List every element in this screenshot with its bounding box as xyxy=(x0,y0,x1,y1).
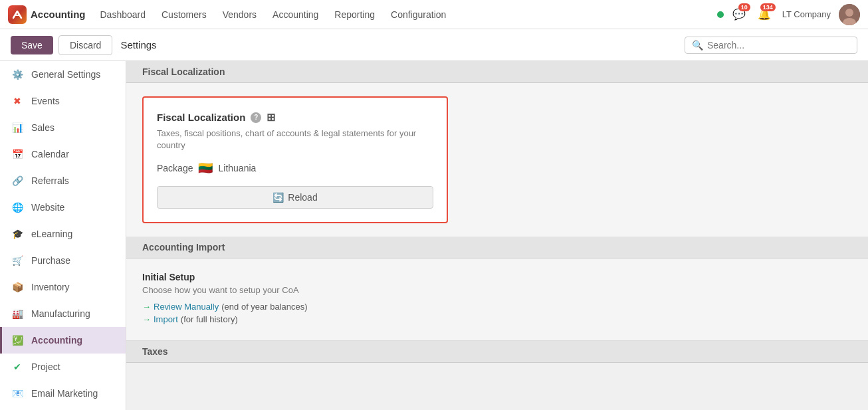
activity-badge: 134 xyxy=(760,3,776,11)
reload-label: Reload xyxy=(288,192,317,203)
grid-icon[interactable]: ⊞ xyxy=(267,111,275,124)
nav-accounting[interactable]: Accounting xyxy=(266,5,325,24)
app-logo[interactable]: Accounting xyxy=(8,5,86,24)
email-marketing-icon: 📧 xyxy=(10,386,25,401)
sidebar-label-inventory: Inventory xyxy=(31,282,70,292)
import-link[interactable]: Import xyxy=(154,314,178,324)
fiscal-card: Fiscal Localization ? ⊞ Taxes, fiscal po… xyxy=(142,96,448,223)
manufacturing-icon: 🏭 xyxy=(10,306,25,321)
search-input[interactable] xyxy=(707,40,850,51)
sidebar-item-project[interactable]: ✔ Project xyxy=(0,354,126,380)
search-icon: 🔍 xyxy=(692,40,703,51)
help-icon[interactable]: ? xyxy=(251,112,261,123)
sidebar-item-referrals[interactable]: 🔗 Referrals xyxy=(0,167,126,194)
sidebar-item-calendar[interactable]: 📅 Calendar xyxy=(0,141,126,167)
online-status-dot xyxy=(717,11,724,18)
sidebar-item-manufacturing[interactable]: 🏭 Manufacturing xyxy=(0,300,126,327)
sidebar-label-website: Website xyxy=(31,202,64,213)
package-country: Lithuania xyxy=(218,163,256,173)
page-title: Settings xyxy=(120,39,156,51)
content-area: Fiscal Localization Fiscal Localization … xyxy=(126,61,868,410)
events-icon: ✖ xyxy=(10,94,25,108)
main-layout: ⚙️ General Settings ✖ Events 📊 Sales 📅 C… xyxy=(0,61,868,410)
sidebar-label-elearning: eLearning xyxy=(31,229,72,239)
review-manually-link[interactable]: Review Manually xyxy=(154,302,219,312)
nav-customers[interactable]: Customers xyxy=(155,5,213,24)
fiscal-card-title: Fiscal Localization ? ⊞ xyxy=(157,111,433,124)
nav-vendors[interactable]: Vendors xyxy=(216,5,263,24)
sidebar-label-calendar: Calendar xyxy=(31,149,69,159)
reload-icon: 🔄 xyxy=(272,192,284,203)
sidebar-item-sales[interactable]: 📊 Sales xyxy=(0,114,126,141)
import-arrow-icon: → xyxy=(142,314,151,324)
toolbar: Save Discard Settings 🔍 xyxy=(0,29,868,61)
sidebar-item-events[interactable]: ✖ Events xyxy=(0,88,126,114)
inventory-icon: 📦 xyxy=(10,280,25,294)
sidebar-label-referrals: Referrals xyxy=(31,175,69,186)
initial-setup-title: Initial Setup xyxy=(142,272,852,282)
nav-dashboard[interactable]: Dashboard xyxy=(94,5,153,24)
sidebar-item-accounting[interactable]: 💹 Accounting xyxy=(0,327,126,354)
taxes-section-header: Taxes xyxy=(126,341,868,363)
sidebar-label-manufacturing: Manufacturing xyxy=(31,308,90,319)
review-manually-suffix: (end of year balances) xyxy=(221,302,307,312)
fiscal-card-title-text: Fiscal Localization xyxy=(157,112,245,123)
nav-reporting[interactable]: Reporting xyxy=(328,5,381,24)
general-settings-icon: ⚙️ xyxy=(10,67,25,82)
sidebar-item-email-marketing[interactable]: 📧 Email Marketing xyxy=(0,380,126,407)
project-icon: ✔ xyxy=(10,359,25,374)
fiscal-description: Taxes, fiscal positions, chart of accoun… xyxy=(157,128,433,152)
website-icon: 🌐 xyxy=(10,200,25,215)
top-navigation: Accounting Dashboard Customers Vendors A… xyxy=(0,0,868,29)
purchase-icon: 🛒 xyxy=(10,253,25,268)
messages-badge: 10 xyxy=(738,3,750,11)
app-logo-icon xyxy=(8,5,27,24)
flag-icon: 🇱🇹 xyxy=(198,161,213,175)
sidebar-label-sales: Sales xyxy=(31,122,54,133)
sidebar-item-inventory[interactable]: 📦 Inventory xyxy=(0,274,126,300)
sales-icon: 📊 xyxy=(10,120,25,135)
import-section-header: Accounting Import xyxy=(126,237,868,258)
review-manually-row: → Review Manually (end of year balances) xyxy=(142,302,852,312)
reload-button[interactable]: 🔄 Reload xyxy=(157,186,433,209)
sidebar-label-email-marketing: Email Marketing xyxy=(31,388,98,399)
import-section-body: Initial Setup Choose how you want to set… xyxy=(126,258,868,341)
nav-icons: 💬 10 🔔 134 LT Company xyxy=(717,4,860,25)
import-row: → Import (for full history) xyxy=(142,314,852,324)
referrals-icon: 🔗 xyxy=(10,173,25,188)
review-arrow-icon: → xyxy=(142,302,151,312)
sidebar-item-elearning[interactable]: 🎓 eLearning xyxy=(0,221,126,247)
package-label: Package xyxy=(157,163,193,173)
sidebar-label-purchase: Purchase xyxy=(31,255,70,266)
sidebar-label-events: Events xyxy=(31,96,60,106)
user-avatar[interactable] xyxy=(839,4,860,25)
messages-button[interactable]: 💬 10 xyxy=(729,5,749,25)
svg-point-1 xyxy=(845,9,853,17)
sidebar-item-general-settings[interactable]: ⚙️ General Settings xyxy=(0,61,126,88)
user-company-name[interactable]: LT Company xyxy=(780,9,833,19)
search-box: 🔍 xyxy=(685,37,857,54)
accounting-icon: 💹 xyxy=(10,333,25,348)
import-suffix: (for full history) xyxy=(181,314,238,324)
sidebar-item-website[interactable]: 🌐 Website xyxy=(0,194,126,221)
discard-button[interactable]: Discard xyxy=(58,35,112,55)
initial-setup-description: Choose how you want to setup your CoA xyxy=(142,285,852,295)
save-button[interactable]: Save xyxy=(11,36,53,54)
app-title: Accounting xyxy=(31,9,86,20)
sidebar: ⚙️ General Settings ✖ Events 📊 Sales 📅 C… xyxy=(0,61,126,410)
calendar-icon: 📅 xyxy=(10,147,25,161)
fiscal-section-header: Fiscal Localization xyxy=(126,61,868,83)
activity-button[interactable]: 🔔 134 xyxy=(754,5,774,25)
sidebar-label-accounting: Accounting xyxy=(31,335,82,346)
sidebar-label-project: Project xyxy=(31,361,60,372)
nav-configuration[interactable]: Configuration xyxy=(384,5,453,24)
elearning-icon: 🎓 xyxy=(10,227,25,241)
fiscal-section-body: Fiscal Localization ? ⊞ Taxes, fiscal po… xyxy=(126,83,868,237)
sidebar-item-purchase[interactable]: 🛒 Purchase xyxy=(0,247,126,274)
sidebar-label-general-settings: General Settings xyxy=(31,69,100,80)
package-row: Package 🇱🇹 Lithuania xyxy=(157,161,433,175)
